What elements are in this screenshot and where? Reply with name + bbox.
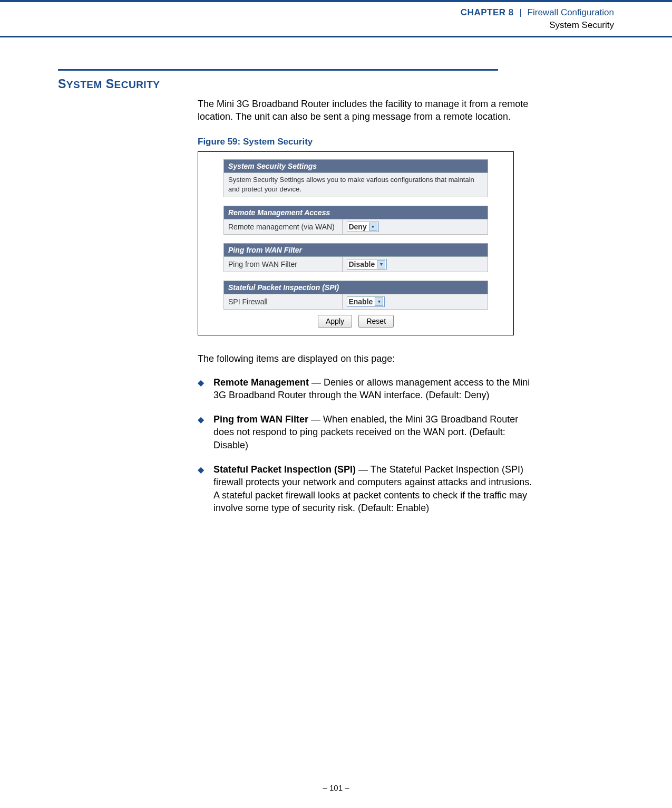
figure-caption: Figure 59: System Security [198, 137, 535, 147]
section-heading: SYSTEM SECURITY [58, 77, 614, 91]
reset-button[interactable]: Reset [358, 315, 394, 328]
remote-management-value: Deny [348, 223, 368, 231]
panel-header-ping: Ping from WAN Filter [224, 243, 488, 256]
diamond-icon: ◆ [198, 377, 204, 402]
section-rule [58, 69, 498, 71]
bullet-text: Remote Management — Denies or allows man… [213, 376, 535, 402]
ping-filter-value: Disable [348, 260, 377, 268]
remote-management-panel: Remote Management Access Remote manageme… [223, 206, 488, 235]
chevron-down-icon: ▾ [377, 260, 385, 268]
apply-button[interactable]: Apply [318, 315, 352, 328]
button-row: Apply Reset [223, 315, 488, 328]
ping-filter-select[interactable]: Disable ▾ [347, 259, 387, 270]
panel-header-spi: Stateful Packet Inspection (SPI) [224, 281, 488, 294]
system-security-settings-panel: System Security Settings System Security… [223, 159, 488, 197]
page-header: CHAPTER 8 | Firewall Configuration Syste… [0, 2, 672, 35]
chapter-subtitle: System Security [0, 19, 614, 32]
chapter-label: CHAPTER 8 [461, 7, 514, 17]
panel-header-sys: System Security Settings [224, 160, 488, 173]
intro-paragraph: The Mini 3G Broadband Router includes th… [198, 98, 535, 123]
ping-filter-label: Ping from WAN Filter [224, 256, 343, 272]
screenshot-box: System Security Settings System Security… [198, 151, 514, 335]
spi-label: SPI Firewall [224, 294, 343, 309]
diamond-icon: ◆ [198, 414, 204, 451]
chevron-down-icon: ▾ [375, 297, 383, 306]
spi-cell: Enable ▾ [343, 294, 488, 309]
bullet-list: ◆ Remote Management — Denies or allows m… [198, 376, 535, 515]
diamond-icon: ◆ [198, 464, 204, 514]
list-item: ◆ Stateful Packet Inspection (SPI) — The… [198, 463, 535, 514]
spi-panel: Stateful Packet Inspection (SPI) SPI Fir… [223, 281, 488, 310]
spi-value: Enable [348, 297, 375, 306]
spi-select[interactable]: Enable ▾ [347, 296, 385, 307]
list-item: ◆ Ping from WAN Filter — When enabled, t… [198, 413, 535, 451]
chevron-down-icon: ▾ [369, 223, 377, 231]
page-footer: – 101 – [0, 783, 672, 792]
ping-filter-cell: Disable ▾ [343, 256, 488, 272]
bullet-text: Stateful Packet Inspection (SPI) — The S… [213, 463, 535, 514]
panel-desc-sys: System Security Settings allows you to m… [224, 173, 488, 197]
chapter-title: Firewall Configuration [528, 7, 614, 17]
follow-paragraph: The following items are displayed on thi… [198, 353, 535, 364]
ping-filter-panel: Ping from WAN Filter Ping from WAN Filte… [223, 243, 488, 272]
panel-header-remote: Remote Management Access [224, 206, 488, 219]
chapter-separator: | [519, 7, 521, 17]
bullet-text: Ping from WAN Filter — When enabled, the… [213, 413, 535, 451]
remote-management-label: Remote management (via WAN) [224, 219, 343, 234]
remote-management-select[interactable]: Deny ▾ [347, 222, 378, 232]
list-item: ◆ Remote Management — Denies or allows m… [198, 376, 535, 402]
remote-management-cell: Deny ▾ [343, 219, 488, 234]
